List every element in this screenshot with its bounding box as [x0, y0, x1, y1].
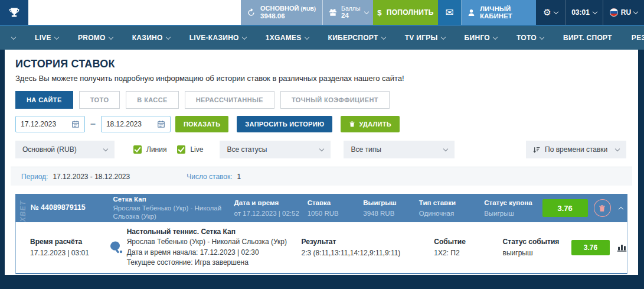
nav-item-label: LIVE-КАЗИНО — [189, 34, 239, 42]
chevron-down-icon — [304, 34, 309, 39]
settings-button[interactable]: ⚙ — [536, 0, 565, 25]
content-frame: ИСТОРИЯ СТАВОК Здесь Вы можете получить … — [0, 50, 644, 275]
trash-icon — [349, 121, 355, 128]
bet-history-page: ИСТОРИЯ СТАВОК Здесь Вы можете получить … — [5, 50, 638, 275]
bet-datetime-label: Дата и время — [234, 199, 308, 207]
summary-row: Период: 17.12.2023 - 18.12.2023 Число ст… — [11, 167, 632, 186]
result-value: 2:3 (8:11,13:11,14:12,9:11,9:11) — [301, 248, 434, 259]
chart-button[interactable] — [617, 242, 627, 252]
history-tab[interactable]: В КАССЕ — [126, 91, 178, 109]
type-select[interactable]: Все типы — [344, 141, 455, 158]
bet-win-value: 3948 RUB — [363, 209, 419, 217]
request-history-button[interactable]: ЗАПРОСИТЬ ИСТОРИЮ — [237, 116, 332, 132]
chevron-down-icon — [11, 34, 16, 39]
coefficient-badge[interactable]: 3.76 — [542, 199, 588, 217]
balance-account-label: ОСНОВНОЙ — [260, 5, 299, 12]
nav-item[interactable]: PROMO — [78, 34, 113, 42]
show-button[interactable]: ПОКАЗАТЬ — [175, 116, 228, 132]
nav-item[interactable]: ВИРТ. СПОРТ — [563, 34, 612, 42]
nav-item-label: ТОТО — [516, 34, 537, 42]
nav-item[interactable]: РЕЗУЛЬТАТЫ — [632, 34, 644, 42]
gift-icon — [329, 8, 337, 17]
russia-flag-icon — [610, 8, 618, 17]
account-select[interactable]: Основной (RUB) — [15, 141, 115, 158]
bet-match: Ярослав Тебенько (Укр) - Николай Сльозка… — [113, 204, 234, 221]
delete-button[interactable]: УДАЛИТЬ — [341, 116, 400, 132]
time-selector[interactable]: 03:01 — [565, 0, 603, 25]
nav-item[interactable] — [8, 37, 15, 39]
history-tab[interactable]: НА САЙТЕ — [15, 91, 73, 109]
bet-count-value: 1 — [237, 173, 241, 181]
bet-type-column: Тип ставки Одиночная — [419, 199, 484, 217]
chevron-down-icon — [364, 9, 368, 14]
refresh-icon[interactable] — [247, 8, 256, 17]
live-checkbox-label: Live — [190, 145, 203, 154]
live-checkbox-item: Live — [177, 145, 203, 154]
nav-item[interactable]: БИНГО — [465, 34, 497, 42]
date-from-input[interactable]: 17.12.2023 — [15, 116, 85, 132]
page-subtitle: Здесь Вы можете получить подробную инфор… — [15, 74, 632, 83]
calc-time-value: 17.12.2023 | 03:01 — [30, 248, 106, 259]
delete-bet-button[interactable] — [594, 199, 612, 217]
account-select-value: Основной (RUB) — [22, 145, 77, 154]
history-tab[interactable]: ТОЧНЫЙ КОЭФФИЦИЕНТ — [280, 91, 390, 109]
event-info-column: Настольный теннис. Сетка Кап Ярослав Теб… — [127, 227, 302, 268]
calendar-icon[interactable] — [71, 120, 80, 128]
dollar-icon: $ — [377, 8, 382, 17]
status-select[interactable]: Все статусы — [220, 141, 331, 158]
date-from-value: 17.12.2023 — [21, 120, 56, 128]
live-checkbox[interactable] — [177, 145, 185, 154]
collapse-bet-button[interactable] — [617, 205, 625, 211]
chevron-down-icon — [593, 9, 597, 14]
period-value: 17.12.2023 - 18.12.2023 — [53, 173, 130, 181]
date-to-input[interactable]: 18.12.2023 — [101, 116, 171, 132]
event-value: 1X2: П2 — [434, 248, 502, 259]
nav-item[interactable]: КАЗИНО — [132, 34, 170, 42]
points-chip[interactable]: Баллы 24 — [322, 0, 373, 25]
deposit-label: ПОПОЛНИТЬ — [387, 8, 434, 17]
main-nav: LIVE PROMO КАЗИНО LIVE-КАЗИНО 1XGAMES КИ… — [0, 26, 644, 50]
bet-stake-label: Ставка — [308, 199, 364, 207]
date-filter-row: 17.12.2023 – 18.12.2023 — [15, 116, 632, 132]
deposit-button[interactable]: $ ПОПОЛНИТЬ — [373, 0, 438, 25]
nav-item[interactable]: ТОТО — [516, 34, 544, 42]
period-label: Период: — [21, 173, 48, 181]
sport-market: Настольный теннис. Сетка Кап — [127, 227, 302, 237]
detail-coefficient-badge[interactable]: 3.76 — [571, 240, 610, 255]
nav-item-label: TV ИГРЫ — [405, 34, 438, 42]
logo-tile[interactable] — [0, 0, 28, 25]
bet-win-column: Выигрыш 3948 RUB — [363, 199, 419, 217]
nav-item[interactable]: 1XGAMES — [266, 34, 309, 42]
tab-label: В КАССЕ — [137, 96, 167, 103]
language-selector[interactable]: RU — [603, 0, 644, 25]
left-frame-strip — [0, 50, 5, 275]
nav-item[interactable]: LIVE-КАЗИНО — [189, 34, 246, 42]
date-to-value: 18.12.2023 — [106, 120, 142, 128]
table-tennis-icon — [106, 241, 127, 255]
bet-type-label: Тип ставки — [419, 199, 484, 207]
sort-select[interactable]: По времени ставки — [526, 141, 626, 158]
bet-detail-row: Время расчёта 17.12.2023 | 03:01 Настоль… — [15, 222, 627, 274]
line-checkbox-label: Линия — [146, 145, 166, 154]
nav-item[interactable]: LIVE — [35, 34, 58, 42]
top-bar: ОСНОВНОЙ (RUB) 3948.06 Баллы 24 $ П — [0, 0, 644, 26]
chevron-up-icon — [619, 207, 623, 212]
bet-datetime-column: Дата и время от 17.12.2023 | 02:52 — [234, 199, 308, 217]
bet-header-row[interactable]: 1XBET № 44089879115 Сетка Кап Ярослав Те… — [15, 194, 627, 222]
calendar-icon[interactable] — [157, 120, 165, 128]
nav-item-label: LIVE — [35, 34, 51, 42]
history-tab[interactable]: ТОТО — [79, 91, 120, 109]
balance-chip[interactable]: ОСНОВНОЙ (RUB) 3948.06 — [241, 0, 322, 25]
chevron-down-icon — [381, 34, 385, 39]
account-button[interactable]: ЛИЧНЫЙ КАБИНЕТ — [462, 0, 536, 25]
history-tab[interactable]: НЕРАССЧИТАННЫЕ — [185, 91, 274, 109]
line-checkbox[interactable] — [133, 145, 142, 154]
messages-button[interactable]: ✉ — [438, 0, 462, 25]
chevron-down-icon — [54, 34, 59, 39]
event-status-column: Статус события выигрыш — [503, 236, 571, 259]
nav-item[interactable]: TV ИГРЫ — [405, 34, 445, 42]
calc-time-label: Время расчёта — [30, 236, 106, 248]
nav-item[interactable]: КИБЕРСПОРТ — [328, 34, 385, 42]
balance-amount: 3948.06 — [260, 12, 316, 20]
calc-time-column: Время расчёта 17.12.2023 | 03:01 — [30, 236, 106, 259]
